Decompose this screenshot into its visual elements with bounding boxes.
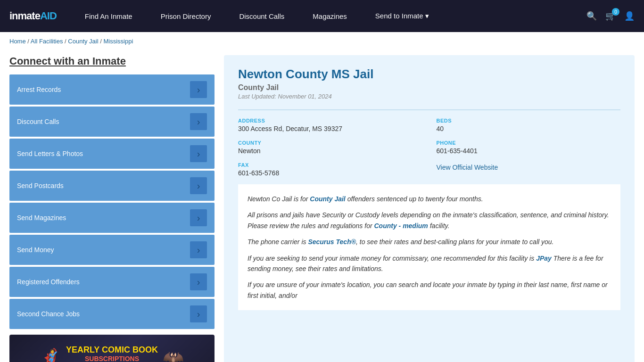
beds-label: BEDS <box>437 118 621 123</box>
nav-magazines[interactable]: Magazines <box>298 12 361 20</box>
phone-cell: PHONE 601-635-4401 <box>437 140 621 155</box>
breadcrumb-all-facilities[interactable]: All Facilities <box>31 38 63 45</box>
phone-label: PHONE <box>437 140 621 146</box>
sidebar-item-second-chance-jobs[interactable]: Second Chance Jobs › <box>9 299 215 329</box>
website-cell: View Official Website <box>437 162 621 177</box>
facility-name: Newton County MS Jail <box>238 67 620 82</box>
desc-para-2: All prisons and jails have Security or C… <box>248 210 611 231</box>
search-icon[interactable]: 🔍 <box>586 11 597 21</box>
breadcrumb-county-jail[interactable]: County Jail <box>68 38 98 45</box>
logo-aid: AID <box>40 10 57 22</box>
sidebar-label-send-letters: Send Letters & Photos <box>17 150 83 157</box>
nav-links: Find An Inmate Prison Directory Discount… <box>71 12 586 20</box>
user-icon[interactable]: 👤 <box>624 11 635 21</box>
securus-tech-link[interactable]: Securus Tech® <box>308 238 356 246</box>
logo-inmate: inmate <box>9 10 40 22</box>
address-value: 300 Access Rd, Decatur, MS 39327 <box>238 125 422 132</box>
ad-title-line2: SUBSCRIPTIONS <box>66 355 158 362</box>
sidebar-item-arrest-records[interactable]: Arrest Records › <box>9 74 215 105</box>
sidebar-arrow-send-letters: › <box>190 145 207 162</box>
sidebar-label-send-magazines: Send Magazines <box>17 214 66 222</box>
sidebar-title: Connect with an Inmate <box>9 55 215 67</box>
fax-label: FAX <box>238 162 422 168</box>
cart-badge: 0 <box>612 8 619 16</box>
sidebar-item-send-money[interactable]: Send Money › <box>9 235 215 265</box>
address-label: ADDRESS <box>238 118 422 123</box>
sidebar-arrow-registered-offenders: › <box>190 273 207 290</box>
logo[interactable]: inmateAID <box>9 10 57 22</box>
sidebar-item-registered-offenders[interactable]: Registered Offenders › <box>9 267 215 297</box>
sidebar-arrow-second-chance-jobs: › <box>190 305 207 322</box>
ad-title-line1: YEARLY COMIC BOOK <box>66 345 158 355</box>
breadcrumb-home[interactable]: Home <box>9 38 26 45</box>
desc-para-3: The phone carrier is Securus Tech®, to s… <box>248 237 611 247</box>
sidebar-label-send-money: Send Money <box>17 246 54 254</box>
county-jail-link[interactable]: County Jail <box>310 195 345 203</box>
address-cell: ADDRESS 300 Access Rd, Decatur, MS 39327 <box>238 118 422 132</box>
desc-para-5: If you are unsure of your inmate's locat… <box>248 280 611 301</box>
nav-prison-directory[interactable]: Prison Directory <box>147 12 225 20</box>
desc-para-4: If you are seeking to send your inmate m… <box>248 253 611 274</box>
sidebar-arrow-send-money: › <box>190 241 207 258</box>
sidebar-label-registered-offenders: Registered Offenders <box>17 278 80 286</box>
fax-cell: FAX 601-635-5768 <box>238 162 422 177</box>
nav-discount-calls[interactable]: Discount Calls <box>225 12 298 20</box>
detail-panel: Newton County MS Jail County Jail Last U… <box>224 55 635 362</box>
sidebar-arrow-discount-calls: › <box>190 113 207 130</box>
sidebar-arrow-arrest-records: › <box>190 81 207 98</box>
nav-icons: 🔍 🛒0 👤 <box>586 11 635 21</box>
facility-updated: Last Updated: November 01, 2024 <box>238 93 620 100</box>
beds-cell: BEDS 40 <box>437 118 621 132</box>
sidebar-item-send-magazines[interactable]: Send Magazines › <box>9 203 215 233</box>
sidebar-label-send-postcards: Send Postcards <box>17 182 64 189</box>
nav-send-to-inmate[interactable]: Send to Inmate ▾ <box>361 12 443 20</box>
facility-info-grid: ADDRESS 300 Access Rd, Decatur, MS 39327… <box>238 109 620 177</box>
facility-type: County Jail <box>238 83 620 92</box>
desc-para-1: Newton Co Jail is for County Jail offend… <box>248 194 611 204</box>
sidebar-item-send-postcards[interactable]: Send Postcards › <box>9 171 215 201</box>
sidebar-label-second-chance-jobs: Second Chance Jobs <box>17 310 80 318</box>
county-label: COUNTY <box>238 140 422 146</box>
breadcrumb: Home / All Facilities / County Jail / Mi… <box>0 32 644 50</box>
phone-value: 601-635-4401 <box>437 147 621 155</box>
sidebar: Connect with an Inmate Arrest Records › … <box>9 55 215 362</box>
county-medium-link[interactable]: County - medium <box>374 222 428 230</box>
website-value[interactable]: View Official Website <box>437 164 621 171</box>
nav-find-inmate[interactable]: Find An Inmate <box>71 12 147 20</box>
county-value: Newton <box>238 147 422 155</box>
cart-icon[interactable]: 🛒0 <box>605 11 616 21</box>
sidebar-item-discount-calls[interactable]: Discount Calls › <box>9 107 215 137</box>
sidebar-label-discount-calls: Discount Calls <box>17 118 59 125</box>
navigation: inmateAID Find An Inmate Prison Director… <box>0 0 644 32</box>
sidebar-ad[interactable]: 🦸 YEARLY COMIC BOOK SUBSCRIPTIONS STARTI… <box>9 335 215 362</box>
sidebar-arrow-send-postcards: › <box>190 177 207 194</box>
sidebar-arrow-send-magazines: › <box>190 209 207 226</box>
main-content: Connect with an Inmate Arrest Records › … <box>0 50 644 362</box>
county-cell: COUNTY Newton <box>238 140 422 155</box>
ad-box: 🦸 YEARLY COMIC BOOK SUBSCRIPTIONS STARTI… <box>9 335 215 362</box>
fax-value: 601-635-5768 <box>238 169 422 177</box>
view-official-website-link[interactable]: View Official Website <box>437 164 498 171</box>
sidebar-label-arrest-records: Arrest Records <box>17 86 61 93</box>
breadcrumb-state[interactable]: Mississippi <box>103 38 133 45</box>
facility-description: Newton Co Jail is for County Jail offend… <box>238 184 620 310</box>
jpay-link[interactable]: JPay <box>536 255 552 262</box>
beds-value: 40 <box>437 125 621 132</box>
sidebar-item-send-letters[interactable]: Send Letters & Photos › <box>9 139 215 169</box>
